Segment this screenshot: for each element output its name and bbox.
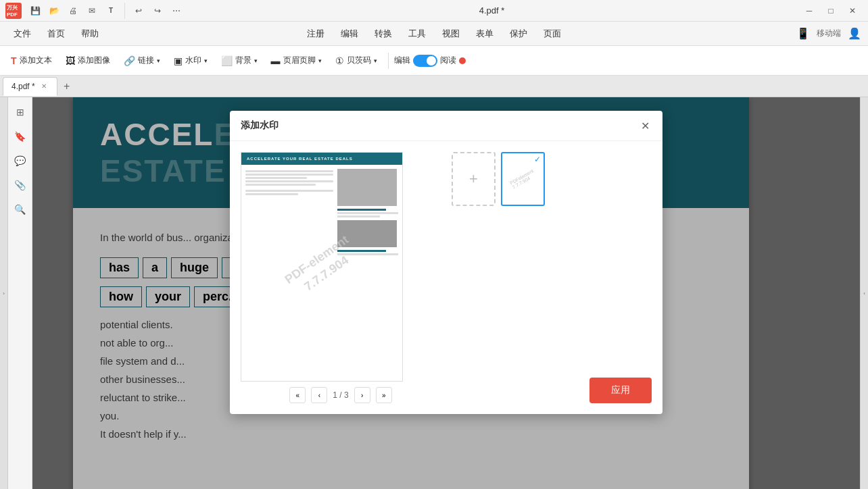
watermark-thumbnail-1[interactable]: PDFelement7.7.7.904 ✓ xyxy=(501,152,545,206)
header-footer-button[interactable]: ▬ 页眉页脚 ▾ xyxy=(266,50,327,72)
watermark-preview: ACCELERATE YOUR REAL ESTATE DEALS xyxy=(241,152,403,382)
mobile-label: 移动端 xyxy=(817,28,841,39)
watermark-button[interactable]: ▣ 水印 ▾ xyxy=(168,50,213,72)
link-icon: 🔗 xyxy=(124,55,135,66)
mobile-btn[interactable]: 📱 xyxy=(795,26,811,42)
nav-view[interactable]: 视图 xyxy=(434,25,468,43)
watermark-thumbnails: + PDFelement7.7.7.904 ✓ xyxy=(452,152,652,206)
watermark-dropdown-icon: ▾ xyxy=(204,57,208,64)
tab-title: 4.pdf * xyxy=(11,82,35,91)
redo-btn[interactable]: ↪ xyxy=(149,3,166,19)
user-btn[interactable]: 👤 xyxy=(846,26,863,42)
apply-button[interactable]: 应用 xyxy=(589,378,652,403)
nav-forms[interactable]: 表单 xyxy=(468,25,502,43)
edit-read-toggle[interactable] xyxy=(413,55,437,67)
preview-section-title2 xyxy=(337,250,386,252)
toggle-switch-control[interactable] xyxy=(413,55,437,67)
image-icon: 🖼 xyxy=(66,55,75,66)
preview-line2 xyxy=(245,174,333,176)
add-image-label: 添加图像 xyxy=(78,55,110,66)
title-bar: 万兴PDF 💾 📂 🖨 ✉ T ↩ ↪ ⋯ 4.pdf * ─ □ ✕ xyxy=(0,0,868,22)
open-btn[interactable]: 📂 xyxy=(46,3,62,19)
dialog-body: ACCELERATE YOUR REAL ESTATE DEALS xyxy=(230,141,662,414)
background-label: 背景 xyxy=(235,55,251,66)
link-button[interactable]: 🔗 链接 ▾ xyxy=(118,50,166,72)
app-logo: 万兴PDF xyxy=(5,3,22,19)
header-footer-dropdown-icon: ▾ xyxy=(318,57,322,64)
title-bar-left: 万兴PDF 💾 📂 🖨 ✉ T ↩ ↪ ⋯ xyxy=(5,3,185,19)
nav-register[interactable]: 注册 xyxy=(299,25,333,43)
left-panel-toggle[interactable]: › xyxy=(0,97,8,489)
ocr-btn[interactable]: T xyxy=(103,3,119,19)
maximize-button[interactable]: □ xyxy=(821,3,841,19)
notification-dot xyxy=(459,57,466,64)
preview-line3 xyxy=(245,177,307,179)
add-text-label: 添加文本 xyxy=(20,55,52,66)
email-btn[interactable]: ✉ xyxy=(84,3,100,19)
thumbnail-watermark-text: PDFelement7.7.7.904 xyxy=(509,168,537,190)
preview-section-title1 xyxy=(337,209,386,211)
sidebar-search-icon[interactable]: 🔍 xyxy=(11,200,30,219)
divider1 xyxy=(124,3,125,19)
bookmark-btn[interactable]: ⋯ xyxy=(168,3,185,19)
right-panel-toggle[interactable]: ‹ xyxy=(860,97,868,489)
watermark-icon: ▣ xyxy=(174,55,183,66)
preview-first-btn[interactable]: « xyxy=(289,387,306,403)
text-icon: T xyxy=(11,55,17,66)
nav-page[interactable]: 页面 xyxy=(535,25,569,43)
nav-convert[interactable]: 转换 xyxy=(366,25,400,43)
modal-backdrop: 添加水印 ✕ ACCELERATE YOUR REAL ESTATE DEALS xyxy=(32,97,860,489)
add-text-button[interactable]: T 添加文本 xyxy=(5,50,57,72)
preview-next-btn[interactable]: › xyxy=(354,387,370,403)
main-area: › ⊞ 🔖 💬 📎 🔍 ACCELERATE YOUR REAL ESTATE … xyxy=(0,97,868,489)
menu-bar: 文件 首页 帮助 注册 编辑 转换 工具 视图 表单 保护 页面 📱 移动端 👤 xyxy=(0,22,868,46)
close-button[interactable]: ✕ xyxy=(842,3,863,19)
dialog-right-panel: + PDFelement7.7.7.904 ✓ xyxy=(452,152,652,403)
switch-knob xyxy=(427,56,436,66)
preview-section-line3 xyxy=(337,253,398,255)
preview-left-col xyxy=(245,169,333,257)
nav-protect[interactable]: 保护 xyxy=(502,25,535,43)
tab-current[interactable]: 4.pdf * ✕ xyxy=(3,77,57,96)
preview-right-col xyxy=(337,169,398,257)
menu-file[interactable]: 文件 xyxy=(5,25,39,43)
left-sidebar: ⊞ 🔖 💬 📎 🔍 xyxy=(8,97,32,489)
print-btn[interactable]: 🖨 xyxy=(65,3,81,19)
window-title: 4.pdf * xyxy=(185,5,799,16)
bates-dropdown-icon: ▾ xyxy=(374,57,377,64)
read-label: 阅读 xyxy=(440,55,456,66)
preview-line1 xyxy=(245,170,333,172)
toolbar-divider xyxy=(388,53,389,69)
edit-label: 编辑 xyxy=(394,55,410,66)
sidebar-attachment-icon[interactable]: 📎 xyxy=(11,176,30,195)
add-image-button[interactable]: 🖼 添加图像 xyxy=(60,50,116,72)
preview-navigation: « ‹ 1 / 3 › » xyxy=(241,387,441,403)
save-btn[interactable]: 💾 xyxy=(27,3,43,19)
preview-pdf-content xyxy=(241,165,402,261)
preview-prev-btn[interactable]: ‹ xyxy=(311,387,327,403)
preview-pdf-header-text: ACCELERATE YOUR REAL ESTATE DEALS xyxy=(241,153,402,165)
preview-line5 xyxy=(245,184,316,186)
menu-home[interactable]: 首页 xyxy=(39,25,73,43)
undo-btn[interactable]: ↩ xyxy=(130,3,147,19)
preview-section-line2 xyxy=(337,215,380,217)
preview-last-btn[interactable]: » xyxy=(376,387,392,403)
preview-image1 xyxy=(337,169,397,206)
dialog-close-button[interactable]: ✕ xyxy=(638,119,652,132)
tab-close-button[interactable]: ✕ xyxy=(39,82,49,91)
nav-tools[interactable]: 工具 xyxy=(400,25,434,43)
background-button[interactable]: ⬜ 背景 ▾ xyxy=(216,50,263,72)
watermark-dialog: 添加水印 ✕ ACCELERATE YOUR REAL ESTATE DEALS xyxy=(230,111,662,414)
sidebar-bookmark-icon[interactable]: 🔖 xyxy=(11,127,30,146)
preview-line7 xyxy=(245,193,298,195)
minimize-button[interactable]: ─ xyxy=(799,3,819,19)
bates-icon: ① xyxy=(335,55,344,66)
preview-line4 xyxy=(245,180,333,182)
nav-edit[interactable]: 编辑 xyxy=(333,25,366,43)
sidebar-comment-icon[interactable]: 💬 xyxy=(11,151,30,170)
bates-number-button[interactable]: ① 贝茨码 ▾ xyxy=(330,50,383,72)
sidebar-panel-icon[interactable]: ⊞ xyxy=(11,103,30,122)
tab-add-button[interactable]: + xyxy=(59,78,75,95)
add-watermark-button[interactable]: + xyxy=(452,152,496,206)
menu-help[interactable]: 帮助 xyxy=(73,25,107,43)
